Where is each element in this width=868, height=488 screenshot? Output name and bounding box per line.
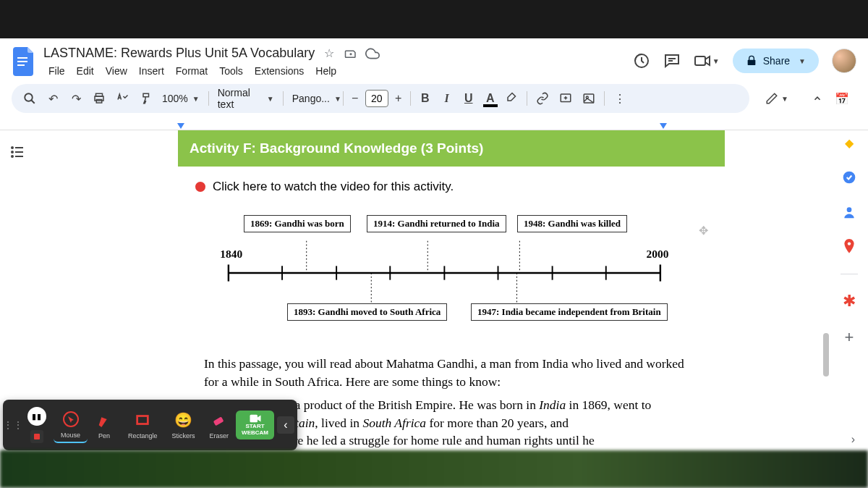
italic-button[interactable]: I: [437, 88, 457, 109]
event-1947: 1947: India became independent from Brit…: [471, 303, 668, 321]
increase-font-button[interactable]: +: [391, 91, 406, 106]
share-button[interactable]: Share ▼: [733, 49, 819, 73]
editing-mode-button[interactable]: ▼: [758, 88, 796, 109]
menu-view[interactable]: View: [101, 62, 132, 80]
video-link-text[interactable]: Click here to watch the video for this a…: [213, 180, 454, 194]
tasks-icon[interactable]: [841, 169, 857, 185]
header-right: ▼ Share ▼: [633, 44, 856, 73]
svg-point-28: [847, 207, 852, 212]
vertical-scrollbar[interactable]: [822, 130, 829, 434]
bottom-background-strip: [0, 450, 868, 488]
webcam-icon: [249, 413, 262, 424]
browser-top-bar: [0, 0, 868, 38]
menu-format[interactable]: Format: [171, 62, 213, 80]
cloud-saved-icon[interactable]: [365, 46, 380, 61]
rectangle-tool[interactable]: Rectangle: [121, 408, 165, 442]
activity-header: Activity F: Background Knowledge (3 Poin…: [178, 130, 725, 167]
svg-point-2: [25, 93, 33, 101]
history-icon[interactable]: [633, 52, 650, 70]
timeline-image[interactable]: ✥: [198, 206, 705, 343]
timeline-end: 2000: [647, 248, 669, 260]
add-addon-button[interactable]: +: [845, 328, 854, 347]
eraser-tool[interactable]: Eraser: [203, 408, 237, 442]
menu-insert[interactable]: Insert: [134, 62, 169, 80]
event-1893: 1893: Gandhi moved to South Africa: [287, 303, 447, 321]
maps-icon[interactable]: [841, 239, 857, 255]
side-panel: ◆ ✱ +: [830, 125, 868, 347]
spellcheck-button[interactable]: [111, 88, 133, 109]
record-dot-icon: [195, 182, 205, 192]
drag-handle-icon[interactable]: ⋮⋮: [6, 419, 20, 431]
annotation-toolbar: ⋮⋮ ▮▮ Mouse Pen Rectangle 😄 Stickers Era…: [3, 400, 297, 450]
paint-format-button[interactable]: [135, 88, 156, 109]
underline-button[interactable]: U: [459, 88, 479, 109]
svg-point-29: [848, 242, 851, 245]
document-header: LASTNAME: Rewards Plus Unit 5A Vocabular…: [0, 38, 868, 80]
addon-icon[interactable]: ✱: [841, 293, 857, 309]
event-1948: 1948: Gandhi was killed: [517, 215, 627, 232]
undo-button[interactable]: ↶: [42, 88, 64, 109]
passage-intro: In this passage, you will read about Mah…: [204, 355, 699, 390]
more-options-button[interactable]: ⋮: [609, 88, 631, 109]
share-label: Share: [763, 55, 790, 67]
svg-rect-33: [250, 415, 258, 423]
calendar-sidebar-icon[interactable]: 📅: [835, 92, 849, 106]
menu-extensions[interactable]: Extensions: [250, 62, 309, 80]
font-dropdown[interactable]: Pango...▼: [288, 93, 339, 104]
pause-icon: ▮▮: [27, 407, 46, 426]
ruler[interactable]: [0, 117, 868, 130]
toolbar-row: ↶ ↷ 100%▼ Normal text▼ Pango...▼ − + B I…: [0, 80, 868, 117]
svg-point-10: [12, 151, 13, 153]
start-webcam-button[interactable]: STARTWEBCAM: [236, 411, 274, 439]
meet-button[interactable]: ▼: [694, 52, 720, 70]
zoom-dropdown[interactable]: 100%▼: [158, 93, 204, 104]
user-avatar[interactable]: [832, 49, 856, 73]
move-handle-icon[interactable]: ✥: [699, 224, 708, 237]
scrollbar-thumb[interactable]: [823, 333, 829, 376]
formatting-toolbar: ↶ ↷ 100%▼ Normal text▼ Pango...▼ − + B I…: [12, 84, 749, 113]
bold-button[interactable]: B: [415, 88, 435, 109]
add-comment-button[interactable]: [555, 88, 576, 109]
insert-image-button[interactable]: [578, 88, 600, 109]
decrease-font-button[interactable]: −: [348, 91, 362, 106]
pause-record-control[interactable]: ▮▮: [20, 404, 54, 446]
menu-tools[interactable]: Tools: [214, 62, 248, 80]
pen-tool[interactable]: Pen: [88, 408, 121, 442]
pencil-icon: [765, 92, 778, 105]
left-indent-marker[interactable]: [177, 123, 184, 129]
hide-sidepanel-button[interactable]: ›: [851, 433, 855, 446]
styles-dropdown[interactable]: Normal text▼: [213, 87, 278, 110]
video-link-row: Click here to watch the video for this a…: [178, 167, 725, 203]
contacts-icon[interactable]: [841, 204, 857, 220]
comments-icon[interactable]: [663, 52, 681, 70]
svg-point-11: [12, 156, 13, 157]
svg-rect-32: [213, 416, 224, 426]
font-size-input[interactable]: [365, 90, 388, 107]
menu-file[interactable]: File: [43, 62, 70, 80]
document-title[interactable]: LASTNAME: Rewards Plus Unit 5A Vocabular…: [43, 46, 315, 61]
event-1914: 1914: Gandhi returned to India: [367, 215, 506, 232]
stop-icon: [30, 430, 43, 443]
docs-logo-icon[interactable]: [12, 44, 38, 79]
mouse-tool[interactable]: Mouse: [54, 407, 88, 443]
video-icon: [694, 52, 711, 70]
collapse-toolbar-button[interactable]: [807, 88, 827, 109]
svg-rect-1: [695, 56, 705, 65]
stickers-tool[interactable]: 😄 Stickers: [165, 408, 203, 442]
keep-icon[interactable]: ◆: [841, 135, 857, 151]
menu-edit[interactable]: Edit: [72, 62, 99, 80]
print-button[interactable]: [88, 88, 110, 109]
insert-link-button[interactable]: [532, 88, 553, 109]
move-icon[interactable]: [344, 46, 358, 61]
redo-button[interactable]: ↷: [65, 88, 87, 109]
chevron-down-icon: ▼: [781, 95, 788, 103]
right-indent-marker[interactable]: [660, 123, 667, 129]
lock-icon: [746, 55, 757, 67]
menu-help[interactable]: Help: [310, 62, 341, 80]
search-icon[interactable]: [19, 88, 41, 109]
highlight-button[interactable]: [502, 88, 522, 109]
star-icon[interactable]: ☆: [322, 46, 336, 61]
menubar: File Edit View Insert Format Tools Exten…: [43, 62, 627, 80]
collapse-annotation-button[interactable]: ‹: [277, 416, 294, 434]
text-color-button[interactable]: A: [480, 88, 501, 109]
